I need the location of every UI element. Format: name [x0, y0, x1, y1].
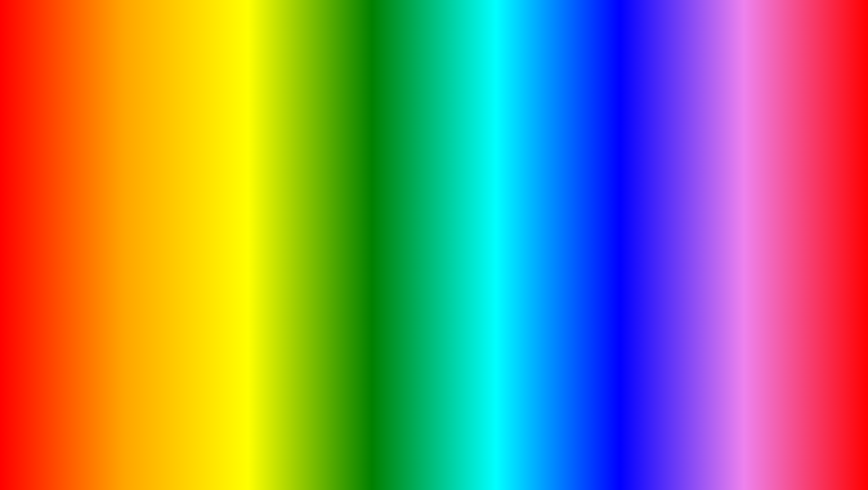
- left-window-controls: − ×: [228, 143, 246, 150]
- right-sidebar-stats[interactable]: ≡ Stats: [617, 205, 666, 216]
- left-toggle-arrow-icon: ▶: [233, 178, 237, 183]
- right-auto-farm-toggle[interactable]: ▶: [804, 177, 817, 185]
- right-close-btn[interactable]: ×: [815, 143, 822, 150]
- update-label: UPDATE: [124, 430, 298, 477]
- sidebar-item-setting[interactable]: ✕ Setting: [41, 178, 90, 189]
- brand-logo: 💀 BLOX FRUITS: [763, 406, 814, 479]
- setting-icon: [45, 181, 50, 186]
- left-sidebar: 🏠 Welcome 🏠 General ✕ Setting ◯ Item & ≡: [41, 153, 91, 279]
- left-auto-farm-row[interactable]: Auto Farm ▶: [96, 174, 246, 187]
- svg-marker-0: [25, 362, 115, 443]
- right-titlebar: Madox Hub − ×: [617, 140, 827, 153]
- right-minimize-btn[interactable]: −: [804, 143, 811, 150]
- svg-point-10: [737, 406, 747, 416]
- left-mastery-title: Mastery Menu: [96, 198, 246, 203]
- right-toggle-arrow-icon: ▶: [809, 178, 812, 183]
- sidebar-item-item[interactable]: ◯ Item &: [41, 189, 90, 200]
- item-icon: [45, 192, 50, 197]
- right-esp-icon: [621, 218, 626, 224]
- left-window-title: Madox Hub: [46, 143, 77, 150]
- right-gun-mastery-label: uto Farm Gun Mastery: [672, 224, 721, 229]
- right-mastery-title: Mastery Menu: [672, 198, 821, 203]
- stats-icon: [45, 202, 50, 208]
- right-main-farm-title: Main Farm: [672, 157, 821, 164]
- right-sidebar: 🏠 Welcome 🏠 General ✕ Setting ◯ Item & Q…: [617, 153, 667, 279]
- sidebar-item-general[interactable]: 🏠 General: [41, 167, 90, 178]
- right-sidebar-welcome[interactable]: 🏠 Welcome: [617, 156, 666, 167]
- left-mob-row[interactable]: Mob: [96, 232, 246, 241]
- right-sidebar-setting[interactable]: ✕ Setting: [617, 178, 666, 189]
- right-auto-farm-row[interactable]: Auto Farm ▶: [672, 174, 821, 187]
- left-minimize-btn[interactable]: −: [228, 143, 236, 150]
- left-hub-window: Madox Hub − × 🏠 Welcome 🏠 General ✕ Sett…: [40, 139, 252, 280]
- sidebar-item-welcome[interactable]: 🏠 Welcome: [41, 156, 90, 167]
- right-setting-icon: [621, 181, 626, 186]
- right-gun-mastery-row[interactable]: uto Farm Gun Mastery: [672, 222, 821, 232]
- right-auto-farm-label: Auto Farm: [676, 178, 701, 183]
- svg-point-19: [779, 395, 786, 401]
- left-hub-body: 🏠 Welcome 🏠 General ✕ Setting ◯ Item & ≡: [41, 153, 251, 279]
- sidebar-item-esp[interactable]: ◯ ESP: [41, 210, 90, 221]
- svg-point-17: [743, 395, 750, 401]
- left-mastery-desc: Click To Box to Start Farm Mastery: [96, 203, 246, 208]
- left-auto-farm-label: Auto Farm: [101, 178, 125, 183]
- character-figure: [414, 99, 454, 220]
- left-titlebar: Madox Hub − ×: [41, 140, 251, 153]
- right-gun-mastery-checkbox[interactable]: [815, 223, 821, 230]
- title-text: BLOX FRUITS: [174, 9, 694, 92]
- left-mastery-section-label: Mastery Menu: [96, 191, 246, 196]
- right-mastery-section-label: Mastery Menu: [672, 191, 821, 196]
- bottom-update-text: UPDATE 20 SCRIPT PASTEBIN: [124, 430, 744, 477]
- left-gun-mastery-row[interactable]: Gun Mastery: [96, 222, 246, 232]
- esp-icon: [45, 213, 50, 218]
- right-welcome-icon: [621, 159, 626, 165]
- general-icon: [45, 170, 50, 175]
- left-close-btn[interactable]: ×: [239, 143, 246, 150]
- right-hub-window: Madox Hub − × 🏠 Welcome 🏠 General ✕ Sett…: [616, 139, 828, 280]
- general-label: General: [61, 170, 79, 175]
- right-sidebar-general[interactable]: 🏠 General: [617, 167, 666, 178]
- right-item-icon: [621, 194, 626, 200]
- right-mob-row[interactable]: ealth Mob: [672, 232, 821, 241]
- svg-point-14: [743, 422, 754, 432]
- brand-wheel-icon: 💀: [766, 406, 811, 451]
- right-sidebar-esp[interactable]: ◯ ESP: [617, 216, 666, 227]
- left-bf-mastery-row[interactable]: o Farm BF Mastery: [96, 212, 246, 222]
- left-hub-content: Main Farm Click to Box to Farm, I ready …: [91, 153, 251, 279]
- right-bf-mastery-row[interactable]: Auto Farm BF Mastery: [672, 212, 821, 222]
- right-main-farm-desc: Click to Box to Farm, I ready update new…: [672, 165, 821, 169]
- left-gun-mastery-label: Gun Mastery: [96, 224, 125, 229]
- svg-point-18: [762, 393, 767, 398]
- brand-name-blox: BLOX: [773, 453, 804, 464]
- left-bf-mastery-label: o Farm BF Mastery: [96, 214, 139, 219]
- right-stats-icon: [621, 208, 626, 213]
- welcome-icon: [45, 159, 50, 165]
- right-sidebar-item[interactable]: ◯ Item & Quest: [617, 189, 666, 205]
- left-auto-farm-toggle[interactable]: ▶: [228, 177, 241, 185]
- right-general-icon: [621, 170, 626, 175]
- right-mob-label: ealth Mob: [672, 233, 694, 239]
- right-window-controls: − ×: [804, 143, 822, 150]
- page-title: BLOX FRUITS: [174, 9, 694, 92]
- brand-name-fruits: FRUITS: [763, 464, 814, 479]
- right-hub-content: Main Farm Click to Box to Farm, I ready …: [667, 153, 827, 279]
- left-mob-label: Mob: [96, 233, 106, 239]
- svg-point-25: [753, 405, 756, 408]
- right-mastery-desc: Click To Box to Start Farm Mastery: [672, 203, 821, 208]
- star-fruit-character: [25, 357, 115, 447]
- update-number: 20: [305, 430, 354, 477]
- right-bf-mastery-checkbox[interactable]: [815, 214, 821, 220]
- pastebin-label: PASTEBIN: [528, 430, 744, 477]
- right-window-title: Madox Hub: [622, 143, 653, 150]
- sidebar-item-stats[interactable]: ≡ Stats: [41, 200, 90, 210]
- left-main-farm-title: Main Farm: [96, 157, 246, 164]
- script-label: SCRIPT: [362, 430, 521, 477]
- right-hub-body: 🏠 Welcome 🏠 General ✕ Setting ◯ Item & Q…: [617, 153, 827, 279]
- left-main-farm-desc: Click to Box to Farm, I ready update new…: [96, 165, 246, 169]
- left-bf-mastery-checkbox[interactable]: [239, 214, 246, 220]
- right-bf-mastery-label: Auto Farm BF Mastery: [672, 214, 722, 219]
- left-gun-mastery-checkbox[interactable]: [239, 223, 246, 230]
